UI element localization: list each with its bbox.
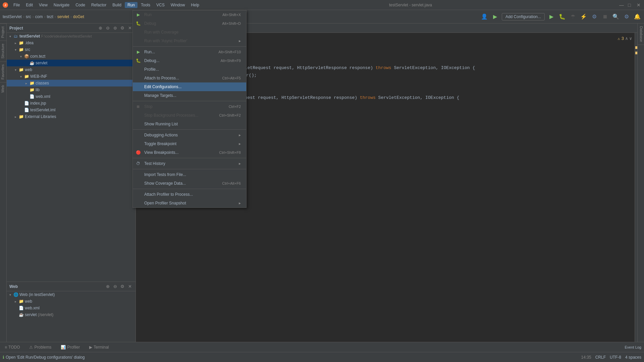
profile-button[interactable]: ⚡ <box>580 13 588 21</box>
menu-stop-bg-item[interactable]: Stop Background Processes... Ctrl+Shift+… <box>133 111 246 120</box>
close-panel-button[interactable]: ✕ <box>127 25 133 31</box>
gear-button[interactable]: ⚙ <box>623 13 631 21</box>
breadcrumb-src[interactable]: src <box>26 14 31 19</box>
menu-run-item[interactable]: ▶ Run Alt+Shift+X <box>133 10 246 19</box>
menu-run-async-item[interactable]: Run with 'Async Profiler' ▸ <box>133 37 246 45</box>
menu-profile-item[interactable]: Profile... <box>133 65 246 74</box>
tree-item-iml[interactable]: ▸ 📄 testServlet.iml <box>7 107 136 113</box>
menu-toggle-breakpoint-item[interactable]: Toggle Breakpoint ▸ <box>133 139 246 148</box>
expand-all-button[interactable]: ⊕ <box>105 284 111 290</box>
tree-item-index-jsp[interactable]: ▸ 📄 index.jsp <box>7 100 136 107</box>
profiler-icon: 📊 <box>61 345 66 350</box>
stop-button[interactable]: ⏹ <box>601 13 609 21</box>
menu-run-dialog-item[interactable]: ▶ Run... Alt+Shift+F10 <box>133 48 246 56</box>
add-configuration-button[interactable]: Add Configuration... <box>502 13 545 20</box>
tree-item-classes[interactable]: ▸ 📁 classes <box>7 80 136 86</box>
account-icon[interactable]: 👤 <box>480 13 488 21</box>
tree-item-web-in-test[interactable]: ▾ 🌐 Web (in testServlet) <box>7 291 136 298</box>
bottom-tab-problems[interactable]: ⚠ Problems <box>27 344 53 350</box>
menu-show-coverage-item[interactable]: Show Coverage Data... Ctrl+Alt+F6 <box>133 179 246 188</box>
menu-tools[interactable]: Tools <box>138 2 153 8</box>
menu-show-running-list-item[interactable]: Show Running List <box>133 120 246 128</box>
expand-all-button[interactable]: ⊕ <box>97 25 103 31</box>
run-button[interactable]: ▶ <box>547 13 555 21</box>
todo-icon: ≡ <box>5 345 7 350</box>
tree-item-testservlet[interactable]: ▾ 🗂 testServlet F:\code\idea\servlet\tes… <box>7 33 136 40</box>
menu-debug-dialog-item[interactable]: 🐛 Debug... Alt+Shift+F9 <box>133 56 246 65</box>
menu-attach-process-item[interactable]: Attach to Process... Ctrl+Alt+F5 <box>133 74 246 82</box>
menu-vcs[interactable]: VCS <box>154 2 167 8</box>
tree-item-web[interactable]: ▾ 📁 web <box>7 66 136 73</box>
menu-refactor[interactable]: Refactor <box>89 2 109 8</box>
menu-edit-configs-item[interactable]: Edit Configurations... <box>133 82 246 91</box>
tree-item-src[interactable]: ▾ 📁 src <box>7 46 136 53</box>
menu-view-breakpoints-item[interactable]: 🔴 View Breakpoints... Ctrl+Shift+F8 <box>133 148 246 157</box>
menu-build[interactable]: Build <box>110 2 124 8</box>
menu-manage-targets-item[interactable]: Manage Targets... <box>133 91 246 100</box>
sidebar-item-structure[interactable]: Structure <box>0 41 6 61</box>
menu-debugging-actions-item[interactable]: Debugging Actions ▸ <box>133 131 246 139</box>
settings-icon[interactable]: ⚙ <box>119 284 125 290</box>
menu-import-tests-item[interactable]: Import Tests from File... <box>133 170 246 179</box>
status-indent[interactable]: 4 spaces <box>625 355 641 360</box>
bottom-tab-terminal[interactable]: ▶ Terminal <box>87 344 111 350</box>
event-log-link[interactable]: Event Log <box>625 345 641 349</box>
status-charset[interactable]: UTF-8 <box>610 355 621 360</box>
menu-navigate[interactable]: Navigate <box>51 2 72 8</box>
maximize-button[interactable]: □ <box>628 3 633 7</box>
tree-item-lib[interactable]: ▸ 📁 lib <box>7 86 136 93</box>
sidebar-item-database[interactable]: Database <box>638 23 644 45</box>
tree-item-web2[interactable]: ▸ 📁 web <box>7 298 136 305</box>
collapse-all-button[interactable]: ⊖ <box>105 25 111 31</box>
edit-configs-icon <box>136 84 141 89</box>
coverage-button[interactable]: ☂ <box>569 13 577 21</box>
settings-button[interactable]: ⚙ <box>590 13 598 21</box>
debug-button[interactable]: 🐛 <box>558 13 566 21</box>
menu-file[interactable]: File <box>11 2 22 8</box>
sidebar-item-project[interactable]: Project <box>0 23 6 41</box>
git-icon[interactable]: ▶ <box>491 13 499 21</box>
running-list-icon <box>136 121 141 127</box>
close-panel-button[interactable]: ✕ <box>127 284 133 290</box>
menu-test-history-item[interactable]: ⏱ Test History ▸ <box>133 159 246 168</box>
breadcrumb-servlet[interactable]: servlet <box>57 14 69 19</box>
breadcrumb-tezt[interactable]: tezt <box>47 14 53 19</box>
breadcrumb-com[interactable]: com <box>35 14 43 19</box>
search-button[interactable]: 🔍 <box>612 13 620 21</box>
tree-item-servlet2[interactable]: ▸ ☕ servlet (/servlet) <box>7 311 136 318</box>
tree-item-idea[interactable]: ▸ 📁 .idea <box>7 40 136 46</box>
sidebar-item-favorites[interactable]: Favorites <box>0 61 6 82</box>
menu-attach-profiler-item[interactable]: Attach Profiler to Process... <box>133 190 246 199</box>
tree-item-ext-libs[interactable]: ▸ 📁 External Libraries <box>7 113 136 120</box>
minimize-button[interactable]: — <box>619 3 624 7</box>
menu-stop-item[interactable]: ⏹ Stop Ctrl+F2 <box>133 102 246 111</box>
menu-help[interactable]: Help <box>188 2 202 8</box>
menu-run[interactable]: Run <box>125 2 138 8</box>
close-button[interactable]: ✕ <box>637 3 641 7</box>
menu-window[interactable]: Window <box>168 2 188 8</box>
debug-actions-icon <box>136 132 141 138</box>
menu-view[interactable]: View <box>36 2 50 8</box>
scrollbar-track[interactable] <box>635 33 637 342</box>
menu-open-profiler-item[interactable]: Open Profiler Snapshot ▸ <box>133 199 246 207</box>
menu-run-coverage-item[interactable]: Run with Coverage <box>133 28 246 37</box>
settings-icon[interactable]: ⚙ <box>119 25 125 31</box>
status-line-ending[interactable]: CRLF <box>595 355 606 360</box>
breadcrumb-method[interactable]: doGet <box>73 14 84 19</box>
bottom-tab-todo[interactable]: ≡ TODO <box>3 344 22 350</box>
tree-item-servlet[interactable]: ▸ ☕ servlet <box>7 60 136 66</box>
menu-code[interactable]: Code <box>73 2 88 8</box>
menu-debug-item[interactable]: 🐛 Debug Alt+Shift+D <box>133 19 246 28</box>
scroll-to-source-button[interactable]: ⊚ <box>112 25 118 31</box>
breadcrumb-project[interactable]: testServlet <box>3 14 22 19</box>
tree-item-web-xml2[interactable]: ▸ 📄 web.xml <box>7 305 136 311</box>
menu-edit[interactable]: Edit <box>23 2 36 8</box>
tree-arrow: ▾ <box>13 68 17 72</box>
notifications-button[interactable]: 🔔 <box>633 13 641 21</box>
sidebar-item-web[interactable]: Web <box>0 82 6 95</box>
bottom-tab-profiler[interactable]: 📊 Profiler <box>59 344 82 350</box>
tree-item-com-tezt[interactable]: ▾ 📦 com.tezt <box>7 53 136 60</box>
tree-item-web-inf[interactable]: ▾ 📁 WEB-INF <box>7 73 136 80</box>
collapse-all-button[interactable]: ⊖ <box>112 284 118 290</box>
tree-item-web-xml[interactable]: ▸ 📄 web.xml <box>7 93 136 100</box>
